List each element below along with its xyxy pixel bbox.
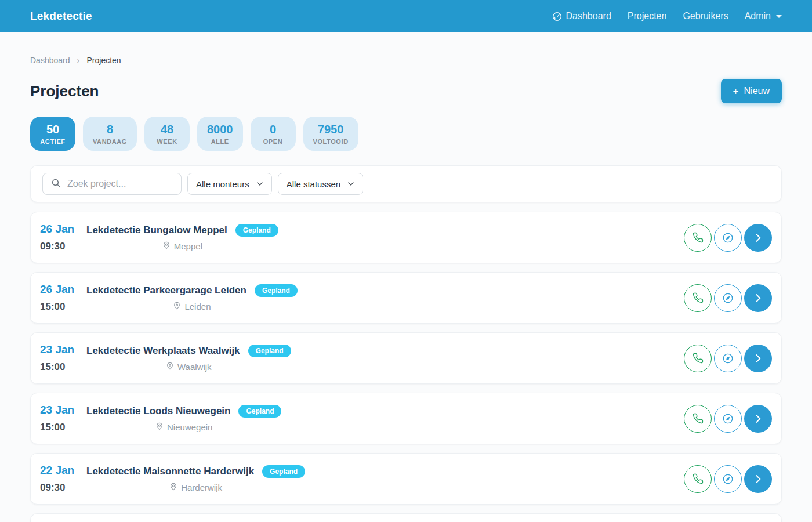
project-row[interactable]: 23 Jan 15:00 Lekdetectie Loods Nieuwegei…: [30, 393, 782, 444]
filter-bar: Alle monteurs Alle statussen: [30, 165, 782, 202]
chevron-right-icon: [752, 232, 764, 244]
navigate-button[interactable]: [714, 465, 742, 493]
project-row-partial[interactable]: [30, 513, 782, 522]
open-project-button[interactable]: [744, 345, 772, 372]
project-title: Lekdetectie Loods Nieuwegein: [86, 405, 230, 417]
stat-pill-vandaag[interactable]: 8 VANDAAG: [83, 117, 137, 151]
stat-pill-actief[interactable]: 50 ACTIEF: [30, 117, 75, 151]
status-badge: Gepland: [255, 284, 298, 297]
new-project-button-label: Nieuw: [744, 86, 770, 96]
project-title: Lekdetectie Werkplaats Waalwijk: [86, 345, 240, 357]
project-row[interactable]: 22 Jan 09:30 Lekdetectie Maisonnette Har…: [30, 453, 782, 505]
project-time: 15:00: [40, 301, 86, 313]
project-row[interactable]: 26 Jan 15:00 Lekdetectie Parkeergarage L…: [30, 272, 782, 324]
stat-label: VOLTOOID: [313, 138, 349, 145]
chevron-down-icon: [256, 179, 263, 189]
phone-icon: [693, 232, 704, 243]
project-title: Lekdetectie Maisonnette Harderwijk: [86, 466, 254, 477]
stat-pill-week[interactable]: 48 WEEK: [144, 117, 190, 151]
phone-icon: [693, 473, 704, 484]
breadcrumb-dashboard[interactable]: Dashboard: [30, 56, 70, 65]
compass-icon: [722, 413, 734, 425]
stat-label: OPEN: [260, 138, 286, 145]
call-button[interactable]: [684, 465, 712, 493]
row-actions: [684, 465, 772, 493]
navigate-button[interactable]: [714, 345, 742, 372]
project-date: 26 Jan: [40, 223, 86, 235]
call-button[interactable]: [684, 224, 712, 252]
project-location: Waalwijk: [86, 362, 291, 372]
monteurs-select[interactable]: Alle monteurs: [187, 173, 272, 195]
compass-icon: [722, 473, 734, 485]
project-row[interactable]: 26 Jan 09:30 Lekdetectie Bungalow Meppel…: [30, 212, 782, 263]
stat-value: 48: [154, 122, 180, 136]
project-main: Lekdetectie Maisonnette Harderwijk Gepla…: [86, 465, 305, 492]
project-location: Leiden: [86, 302, 298, 311]
date-column: 26 Jan 09:30: [40, 223, 86, 252]
navigate-button[interactable]: [714, 284, 742, 312]
project-location: Harderwijk: [86, 483, 305, 492]
row-actions: [684, 224, 772, 252]
open-project-button[interactable]: [744, 405, 772, 433]
call-button[interactable]: [684, 405, 712, 433]
map-pin-icon: [166, 362, 174, 372]
row-actions: [684, 405, 772, 433]
stat-label: WEEK: [154, 138, 180, 145]
map-pin-icon: [162, 241, 171, 251]
navigate-button[interactable]: [714, 224, 742, 252]
stat-value: 8000: [207, 122, 233, 136]
stat-value: 8: [93, 122, 127, 136]
project-time: 09:30: [40, 241, 86, 252]
project-time: 15:00: [40, 361, 86, 373]
chevron-right-separator-icon: ›: [77, 56, 80, 64]
status-badge: Gepland: [248, 345, 291, 357]
breadcrumb: Dashboard › Projecten: [30, 56, 782, 65]
call-button[interactable]: [684, 345, 712, 372]
project-date: 22 Jan: [40, 464, 86, 477]
nav-item-admin[interactable]: Admin: [745, 11, 782, 21]
date-column: 23 Jan 15:00: [40, 343, 86, 373]
project-main: Lekdetectie Bungalow Meppel Gepland Mepp…: [86, 224, 278, 251]
chevron-right-icon: [752, 413, 764, 425]
brand-logo[interactable]: Lekdetectie: [30, 10, 92, 23]
nav-item-label: Admin: [745, 11, 771, 21]
compass-icon: [722, 232, 734, 244]
stat-filter-pills: 50 ACTIEF 8 VANDAAG 48 WEEK 8000 ALLE 0 …: [30, 117, 782, 151]
map-pin-icon: [173, 302, 181, 311]
open-project-button[interactable]: [744, 465, 772, 493]
status-badge: Gepland: [238, 405, 281, 418]
search-input[interactable]: [67, 179, 173, 189]
stat-pill-open[interactable]: 0 OPEN: [251, 117, 296, 151]
nav-item-projecten[interactable]: Projecten: [628, 11, 667, 21]
map-pin-icon: [169, 483, 177, 492]
map-pin-icon: [155, 422, 164, 432]
project-row[interactable]: 23 Jan 15:00 Lekdetectie Werkplaats Waal…: [30, 332, 782, 384]
open-project-button[interactable]: [744, 284, 772, 312]
top-navbar: Lekdetectie Dashboard Projecten Gebruike…: [0, 0, 812, 32]
nav-item-label: Gebruikers: [683, 11, 728, 21]
project-date: 23 Jan: [40, 404, 86, 416]
page-title: Projecten: [30, 82, 99, 100]
compass-icon: [722, 353, 734, 364]
call-button[interactable]: [684, 284, 712, 312]
nav-item-label: Projecten: [628, 11, 667, 21]
navigate-button[interactable]: [714, 405, 742, 433]
nav-item-gebruikers[interactable]: Gebruikers: [683, 11, 728, 21]
project-date: 23 Jan: [40, 343, 86, 356]
row-actions: [684, 284, 772, 312]
stat-value: 0: [260, 122, 286, 136]
new-project-button[interactable]: + Nieuw: [721, 79, 782, 103]
project-location-label: Leiden: [184, 302, 211, 311]
project-location: Nieuwegein: [86, 422, 281, 432]
stat-value: 50: [40, 122, 66, 136]
phone-icon: [693, 413, 704, 424]
chevron-right-icon: [752, 353, 764, 364]
project-main: Lekdetectie Parkeergarage Leiden Gepland…: [86, 284, 298, 311]
project-main: Lekdetectie Loods Nieuwegein Gepland Nie…: [86, 405, 281, 432]
stat-pill-alle[interactable]: 8000 ALLE: [197, 117, 243, 151]
open-project-button[interactable]: [744, 224, 772, 252]
project-main: Lekdetectie Werkplaats Waalwijk Gepland …: [86, 345, 291, 372]
nav-item-dashboard[interactable]: Dashboard: [552, 11, 611, 21]
stat-pill-voltooid[interactable]: 7950 VOLTOOID: [303, 117, 358, 151]
statussen-select[interactable]: Alle statussen: [278, 173, 363, 195]
